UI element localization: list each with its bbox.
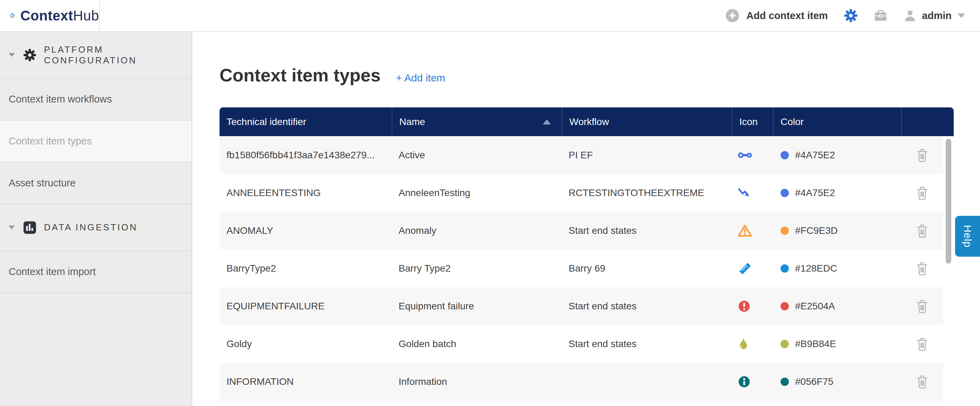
cell-workflow: Start end states xyxy=(562,301,732,312)
color-swatch xyxy=(781,226,789,235)
cell-technical-identifier: ANOMALY xyxy=(220,225,391,236)
cell-icon xyxy=(732,300,773,313)
cell-name: Golden batch xyxy=(391,338,562,350)
table-row[interactable]: ANOMALY Anomaly Start end states #FC9E3D xyxy=(220,212,943,249)
title-row: Context item types + Add item xyxy=(220,65,445,86)
cell-color: #128EDC xyxy=(773,263,901,274)
add-context-item-label: Add context item xyxy=(746,10,827,21)
sidebar-item-context-item-types[interactable]: Context item types xyxy=(0,121,191,162)
sidebar-section-data-ingestion[interactable]: DATA INGESTION xyxy=(0,204,191,251)
table-row[interactable]: fb1580f56fbb41f3aa7e1438e279... Active P… xyxy=(220,136,943,174)
color-swatch xyxy=(781,151,789,159)
delete-row-button[interactable] xyxy=(915,222,930,239)
sidebar-section-label: DATA INGESTION xyxy=(44,222,137,233)
user-menu[interactable]: admin xyxy=(904,9,966,22)
page-title: Context item types xyxy=(220,65,380,86)
help-button-label: Help xyxy=(962,225,974,248)
cell-technical-identifier: ANNELEENTESTING xyxy=(220,188,391,199)
delete-row-button[interactable] xyxy=(915,373,930,390)
cell-icon xyxy=(732,261,773,276)
collapse-caret-icon[interactable] xyxy=(8,53,16,57)
table-body: fb1580f56fbb41f3aa7e1438e279... Active P… xyxy=(220,136,954,406)
flame-icon xyxy=(738,337,749,351)
column-header-actions[interactable] xyxy=(901,107,954,136)
plus-circle-icon xyxy=(725,9,739,22)
brand-name: ContextHub xyxy=(21,8,99,24)
ruler-icon xyxy=(738,261,752,276)
cell-technical-identifier: Goldy xyxy=(220,338,391,350)
help-button[interactable]: Help xyxy=(955,216,980,257)
column-header-label: Workflow xyxy=(569,116,609,127)
color-swatch xyxy=(781,377,789,386)
cell-workflow: Start end states xyxy=(562,338,732,350)
toolbox-icon[interactable] xyxy=(874,9,888,22)
bar-chart-icon xyxy=(23,221,37,234)
cell-actions xyxy=(901,373,943,390)
sidebar-section-platform-configuration[interactable]: PLATFORM CONFIGURATION xyxy=(0,32,191,79)
topbar-actions: Add context item admin xyxy=(725,0,980,31)
column-header-workflow[interactable]: Workflow xyxy=(562,107,732,136)
column-header-icon[interactable]: Icon xyxy=(732,107,773,136)
brand[interactable]: ContextHub xyxy=(0,0,100,31)
cell-color: #E2504A xyxy=(773,301,901,312)
sidebar-item-context-item-workflows[interactable]: Context item workflows xyxy=(0,79,191,121)
cell-name: AnneleenTesting xyxy=(391,188,562,199)
cell-color: #B9B84E xyxy=(773,338,901,350)
sidebar-section-label: PLATFORM CONFIGURATION xyxy=(44,45,191,66)
collapse-caret-icon[interactable] xyxy=(8,225,16,230)
cell-actions xyxy=(901,260,943,277)
sort-ascending-icon xyxy=(542,119,551,125)
cell-icon xyxy=(732,375,773,388)
settings-gear-icon[interactable] xyxy=(844,9,858,22)
chevron-down-icon xyxy=(957,13,966,18)
table-scrollbar-track[interactable] xyxy=(943,136,954,406)
table-row[interactable]: BarryType2 Barry Type2 Barry 69 #128EDC xyxy=(220,249,943,287)
color-hex-label: #056F75 xyxy=(795,376,834,387)
table-row[interactable]: INFORMATION Information #056F75 xyxy=(220,363,943,400)
delete-row-button[interactable] xyxy=(915,335,930,353)
column-header-color[interactable]: Color xyxy=(773,107,901,136)
column-header-name[interactable]: Name xyxy=(391,107,562,136)
cell-actions xyxy=(901,146,943,164)
table-row[interactable]: Goldy Golden batch Start end states #B9B… xyxy=(220,325,943,363)
color-hex-label: #4A75E2 xyxy=(795,150,835,161)
user-name: admin xyxy=(922,10,951,21)
cell-icon xyxy=(732,337,773,351)
table-row[interactable]: ANNELEENTESTING AnneleenTesting RCTESTIN… xyxy=(220,174,943,212)
cell-workflow: Start end states xyxy=(562,225,732,236)
context-item-types-table: Technical identifierNameWorkflowIconColo… xyxy=(220,107,954,406)
cell-workflow: RCTESTINGTOTHEEXTREME xyxy=(562,188,732,199)
cell-name: Information xyxy=(391,376,562,387)
sidebar-item-context-item-import[interactable]: Context item import xyxy=(0,251,191,293)
column-header-technical-identifier[interactable]: Technical identifier xyxy=(220,107,391,136)
cell-color: #056F75 xyxy=(773,376,901,387)
link-icon xyxy=(738,149,753,161)
delete-row-button[interactable] xyxy=(915,298,930,315)
delete-row-button[interactable] xyxy=(915,146,930,164)
color-swatch xyxy=(781,302,789,310)
alert-circle-icon xyxy=(738,300,751,313)
delete-row-button[interactable] xyxy=(915,184,930,202)
color-swatch xyxy=(781,264,789,272)
column-header-label: Technical identifier xyxy=(226,116,306,127)
warning-triangle-icon xyxy=(738,224,752,237)
cell-technical-identifier: BarryType2 xyxy=(220,263,391,274)
table-scrollbar-thumb[interactable] xyxy=(946,139,951,264)
sidebar-item-asset-structure[interactable]: Asset structure xyxy=(0,162,191,204)
column-header-label: Icon xyxy=(739,116,758,127)
color-hex-label: #128EDC xyxy=(795,263,837,274)
user-avatar-icon xyxy=(904,9,916,22)
top-bar: ContextHub Add context item xyxy=(0,0,980,32)
cell-name: Barry Type2 xyxy=(391,263,562,274)
table-row-partial xyxy=(220,400,943,406)
cell-technical-identifier: EQUIPMENTFAILURE xyxy=(220,301,391,312)
delete-row-button[interactable] xyxy=(915,260,930,277)
cell-name: Active xyxy=(391,150,562,161)
contexthub-logo-icon xyxy=(10,6,15,25)
table-row[interactable]: EQUIPMENTFAILURE Equipment failure Start… xyxy=(220,287,943,325)
add-item-link[interactable]: + Add item xyxy=(396,72,445,84)
color-hex-label: #E2504A xyxy=(795,301,835,312)
cell-color: #4A75E2 xyxy=(773,150,901,161)
add-context-item-button[interactable]: Add context item xyxy=(725,9,827,22)
column-header-label: Color xyxy=(781,116,804,127)
